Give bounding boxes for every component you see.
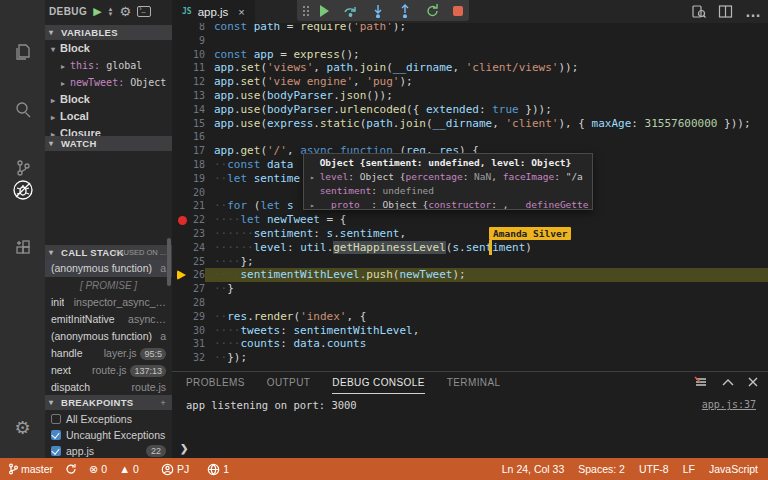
settings-gear-icon[interactable]: ⚙ — [0, 408, 45, 448]
indentation-indicator[interactable]: Spaces: 2 — [578, 463, 625, 475]
code-line-13[interactable]: 13app.use(bodyParser.json()); — [172, 89, 768, 103]
search-icon[interactable] — [0, 90, 45, 130]
call-stack-frame[interactable]: (anonymous function)a — [45, 328, 172, 345]
line-number[interactable]: 19 — [172, 172, 205, 186]
sync-indicator[interactable] — [65, 463, 77, 475]
variable-row[interactable]: ▸newTweet: Object {sent_ — [45, 74, 172, 91]
tooltip-property-row[interactable]: Object {sentiment: undefined, level: Obj… — [310, 156, 586, 170]
code-line-24[interactable]: 24······level: util.getHappinessLevel(s.… — [172, 241, 768, 255]
code-line-31[interactable]: 31····counts: data.counts — [172, 337, 768, 351]
code-line-28[interactable]: 28 — [172, 296, 768, 310]
breakpoint-checkbox[interactable] — [51, 446, 61, 456]
maximize-panel-icon[interactable] — [722, 378, 734, 386]
scope-row[interactable]: ▸Closure — [45, 125, 172, 136]
call-stack-frame[interactable]: dispatchroute.js — [45, 379, 172, 395]
add-breakpoint-button[interactable]: + — [160, 395, 166, 410]
panel-tab-terminal[interactable]: TERMINAL — [447, 373, 501, 393]
line-number[interactable]: 9 — [172, 34, 205, 48]
start-debug-button[interactable]: ▶ — [93, 6, 101, 17]
language-mode-indicator[interactable]: JavaScript — [709, 463, 758, 475]
debug-config-dropdown[interactable]: ▲▼ — [108, 7, 114, 17]
breakpoint-checkbox[interactable] — [51, 430, 61, 440]
line-number[interactable]: 30 — [172, 324, 205, 338]
call-stack-frame[interactable]: (anonymous function)a — [45, 260, 172, 277]
line-number[interactable]: 14 — [172, 103, 205, 117]
debug-icon[interactable] — [0, 170, 45, 210]
code-line-16[interactable]: 16 — [172, 130, 768, 144]
variables-section-header[interactable]: VARIABLES — [45, 25, 172, 40]
debug-toolbar-drag-handle[interactable] — [303, 5, 307, 17]
breakpoints-section-header[interactable]: BREAKPOINTS + — [45, 395, 172, 410]
code-line-23[interactable]: 23······sentiment: s.sentiment, — [172, 227, 768, 241]
code-line-32[interactable]: 32··}); — [172, 351, 768, 365]
line-number[interactable]: 25 — [172, 255, 205, 269]
call-stack-frame[interactable]: initinspector_async_… — [45, 294, 172, 311]
toggle-debug-console-icon[interactable] — [137, 6, 151, 17]
code-line-14[interactable]: 14app.use(bodyParser.urlencoded({ extend… — [172, 103, 768, 117]
more-actions-icon[interactable]: … — [745, 3, 762, 21]
sidebar-scrollbar[interactable] — [167, 238, 171, 286]
code-line-8[interactable]: 8const path = require('path'); — [172, 23, 768, 34]
line-number[interactable]: 17 — [172, 144, 205, 158]
line-number[interactable]: 16 — [172, 130, 205, 144]
git-branch-indicator[interactable]: master — [8, 463, 53, 475]
explorer-icon[interactable] — [0, 32, 45, 72]
restart-icon[interactable] — [425, 3, 440, 19]
panel-tab-debug-console[interactable]: DEBUG CONSOLE — [332, 373, 424, 394]
breakpoint-row[interactable]: Uncaught Exceptions — [45, 427, 172, 443]
close-panel-icon[interactable] — [748, 377, 758, 387]
line-number[interactable]: 24 — [172, 241, 205, 255]
tooltip-property-row[interactable]: ▸ level: Object {percentage: NaN, faceIm… — [310, 170, 586, 184]
continue-icon[interactable] — [320, 3, 330, 19]
line-number[interactable]: 21 — [172, 199, 205, 213]
line-number[interactable]: 15 — [172, 117, 205, 131]
clear-console-icon[interactable] — [694, 376, 708, 388]
scope-row[interactable]: ▾Block — [45, 40, 172, 57]
call-stack-frame[interactable]: handlelayer.js95:5 — [45, 345, 172, 362]
variable-row[interactable]: ▸this: global — [45, 57, 172, 74]
line-number[interactable]: 27 — [172, 282, 205, 296]
code-line-25[interactable]: 25····}; — [172, 255, 768, 269]
code-line-9[interactable]: 9 — [172, 34, 768, 48]
line-number[interactable]: 23 — [172, 227, 205, 241]
console-source-link[interactable]: app.js:37 — [702, 399, 756, 410]
code-line-26[interactable]: 26····sentimentWithLevel.push(newTweet); — [172, 268, 768, 282]
code-line-12[interactable]: 12app.set('view engine', 'pug'); — [172, 75, 768, 89]
debug-configure-gear-icon[interactable]: ⚙ — [120, 4, 132, 19]
tooltip-property-row[interactable]: ▸ __proto__: Object {constructor: , __de… — [310, 198, 586, 210]
call-stack-frame[interactable]: nextroute.js137:13 — [45, 362, 172, 379]
console-input-prompt[interactable]: ❯ — [180, 443, 188, 454]
call-stack-frame[interactable]: emitInitNativeasync… — [45, 311, 172, 328]
code-line-11[interactable]: 11app.set('views', path.join(__dirname, … — [172, 61, 768, 75]
stop-icon[interactable] — [453, 3, 463, 19]
line-number[interactable]: 31 — [172, 337, 205, 351]
code-line-10[interactable]: 10const app = express(); — [172, 48, 768, 62]
line-number[interactable]: 28 — [172, 296, 205, 310]
line-number[interactable]: 11 — [172, 61, 205, 75]
code-line-27[interactable]: 27··} — [172, 282, 768, 296]
breakpoint-checkbox[interactable] — [51, 414, 61, 424]
code-line-22[interactable]: 22····let newTweet = { — [172, 213, 768, 227]
step-into-icon[interactable] — [371, 3, 385, 19]
breakpoint-row[interactable]: app.js22 — [45, 443, 172, 458]
cursor-position-indicator[interactable]: Ln 24, Col 33 — [502, 463, 564, 475]
scope-row[interactable]: ▸Local — [45, 108, 172, 125]
breakpoint-dot[interactable] — [178, 216, 187, 225]
step-out-icon[interactable] — [398, 3, 412, 19]
open-preview-icon[interactable] — [691, 4, 706, 19]
watch-section-header[interactable]: WATCH — [45, 136, 172, 151]
split-editor-icon[interactable] — [718, 4, 733, 19]
code-line-15[interactable]: 15app.use(express.static(path.join(__dir… — [172, 117, 768, 131]
step-over-icon[interactable] — [343, 3, 358, 19]
tab-app-js[interactable]: JS app.js × — [172, 0, 255, 23]
call-stack-section-header[interactable]: CALL STACK PAUSED ON ... — [45, 245, 172, 260]
tab-close-icon[interactable]: × — [238, 6, 244, 18]
line-number[interactable]: 20 — [172, 186, 205, 200]
errors-indicator[interactable]: ⊗ 0 — [89, 463, 107, 476]
call-stack-frame[interactable]: [ PROMISE ] — [45, 277, 172, 294]
breakpoint-row[interactable]: All Exceptions — [45, 411, 172, 427]
line-number[interactable]: 8 — [172, 23, 205, 34]
code-line-30[interactable]: 30····tweets: sentimentWithLevel, — [172, 324, 768, 338]
live-share-user[interactable]: PJ — [161, 463, 189, 476]
panel-tab-problems[interactable]: PROBLEMS — [186, 373, 245, 393]
